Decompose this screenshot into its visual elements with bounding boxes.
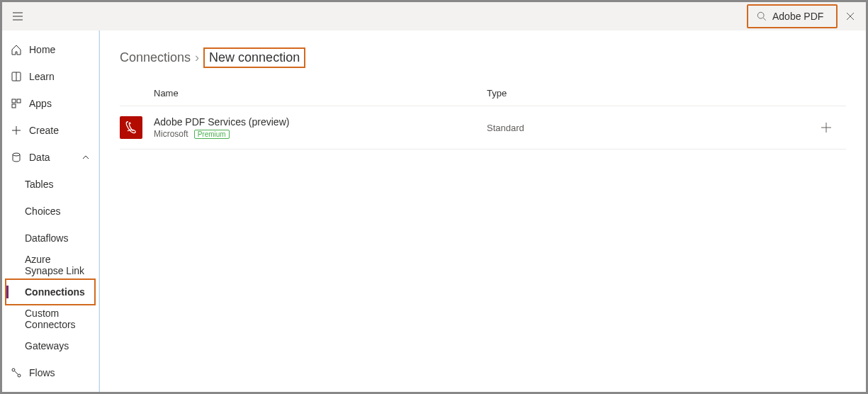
book-icon <box>11 71 22 82</box>
apps-icon <box>11 98 22 109</box>
close-search-button[interactable] <box>840 9 860 23</box>
breadcrumb: Connections › New connection <box>120 47 846 68</box>
table-row[interactable]: Adobe PDF Services (preview) Microsoft P… <box>120 106 846 150</box>
connector-logo <box>120 116 142 139</box>
svg-rect-4 <box>12 104 16 108</box>
col-header-type[interactable]: Type <box>487 88 846 98</box>
nav-learn-label: Learn <box>29 71 90 82</box>
sidebar-item-custom-connectors[interactable]: Custom Connectors <box>2 305 98 332</box>
nav-data[interactable]: Data <box>2 144 98 171</box>
close-icon <box>846 12 855 21</box>
connector-publisher: Microsoft <box>154 129 188 139</box>
sidebar-item-dataflows[interactable]: Dataflows <box>2 225 98 252</box>
svg-point-0 <box>757 12 764 18</box>
nav-home[interactable]: Home <box>2 36 98 63</box>
add-connection-button[interactable] <box>815 116 838 139</box>
svg-point-5 <box>13 153 20 156</box>
search-input[interactable] <box>772 11 828 22</box>
connections-table: Name Type Adobe PDF Services (preview) M… <box>120 88 846 150</box>
svg-rect-2 <box>12 99 16 103</box>
nav-create-label: Create <box>29 125 90 136</box>
sidebar-item-label: Gateways <box>25 340 69 351</box>
nav-apps[interactable]: Apps <box>2 90 98 117</box>
sidebar-item-label: Choices <box>25 206 61 217</box>
svg-rect-3 <box>17 99 21 103</box>
chevron-up-icon <box>81 153 90 162</box>
connector-name: Adobe PDF Services (preview) <box>154 116 487 128</box>
sidebar-item-gateways[interactable]: Gateways <box>2 332 98 359</box>
table-header: Name Type <box>120 88 846 106</box>
main-content: Connections › New connection Name Type <box>99 30 866 392</box>
plus-icon <box>820 121 833 134</box>
col-header-name[interactable]: Name <box>154 88 487 98</box>
nav-home-label: Home <box>29 44 90 55</box>
connector-type: Standard <box>487 123 815 133</box>
nav-apps-label: Apps <box>29 98 90 109</box>
sidebar-item-label: Dataflows <box>25 232 68 244</box>
nav-data-label: Data <box>29 152 74 163</box>
topbar <box>2 2 866 30</box>
nav-flows[interactable]: Flows <box>2 359 98 386</box>
nav-learn[interactable]: Learn <box>2 63 98 90</box>
sidebar-item-label: Custom Connectors <box>25 308 90 330</box>
premium-badge: Premium <box>194 130 230 139</box>
breadcrumb-separator: › <box>195 50 199 65</box>
hamburger-menu[interactable] <box>8 6 28 26</box>
sidebar-item-connections[interactable]: Connections <box>5 278 96 305</box>
sidebar: Home Learn Apps Create Data Tables Choic… <box>2 30 99 392</box>
search-icon <box>757 11 767 21</box>
sidebar-item-label: Azure Synapse Link <box>25 254 90 276</box>
hamburger-icon <box>12 11 23 22</box>
sidebar-item-choices[interactable]: Choices <box>2 198 98 225</box>
adobe-pdf-icon <box>123 120 139 135</box>
search-box[interactable] <box>747 4 838 28</box>
sidebar-item-tables[interactable]: Tables <box>2 171 98 198</box>
svg-point-6 <box>12 368 15 371</box>
plus-icon <box>11 125 22 136</box>
sidebar-item-synapse[interactable]: Azure Synapse Link <box>2 252 98 278</box>
nav-flows-label: Flows <box>29 367 90 378</box>
sidebar-item-label: Connections <box>25 286 85 298</box>
nav-create[interactable]: Create <box>2 117 98 144</box>
connector-info: Adobe PDF Services (preview) Microsoft P… <box>154 116 487 139</box>
data-icon <box>11 152 22 163</box>
svg-point-7 <box>18 374 21 377</box>
sidebar-item-label: Tables <box>25 179 53 190</box>
flows-icon <box>11 367 22 378</box>
breadcrumb-current: New connection <box>203 47 305 68</box>
home-icon <box>11 44 22 55</box>
breadcrumb-root[interactable]: Connections <box>120 50 191 65</box>
